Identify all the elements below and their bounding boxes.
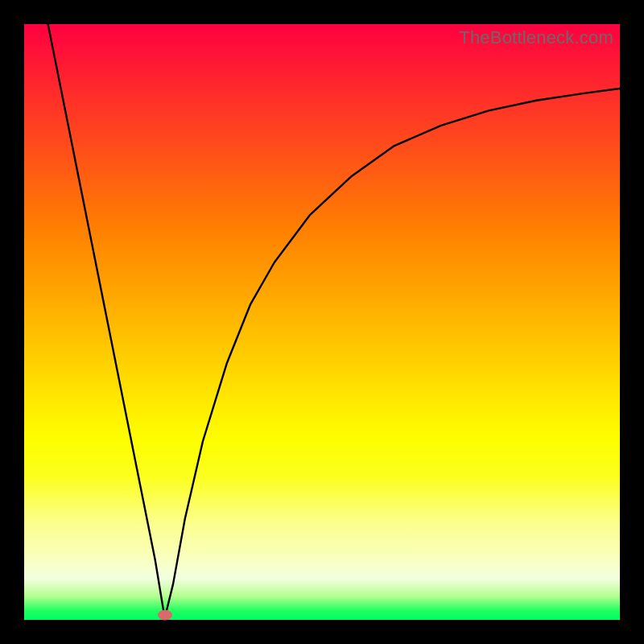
min-point-marker: [158, 610, 172, 621]
plot-area: TheBottleneck.com: [24, 24, 620, 620]
watermark-label: TheBottleneck.com: [459, 27, 613, 48]
chart-frame: TheBottleneck.com: [0, 0, 644, 644]
bottleneck-curve-path: [48, 24, 620, 618]
curve-svg: [24, 24, 620, 620]
